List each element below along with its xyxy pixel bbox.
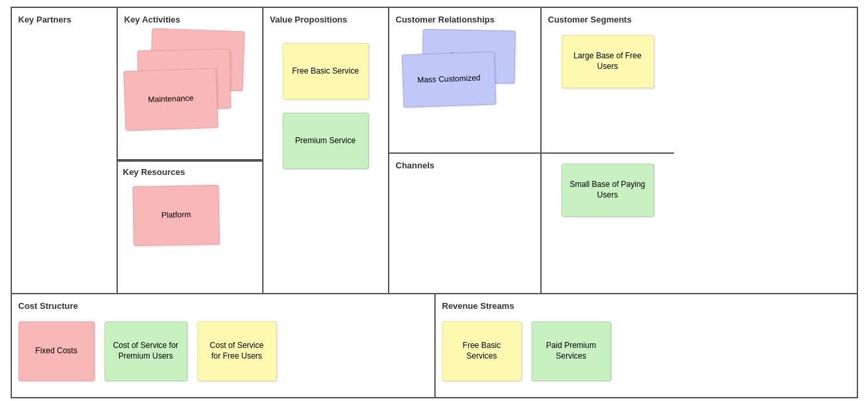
key-resources-title: Key Resources [123, 167, 257, 177]
cost-structure-cell: Cost Structure Fixed Costs Cost of Servi… [12, 294, 436, 397]
channels-title: Channels [396, 160, 534, 170]
customer-segments-cell: Customer Segments Large Base of Free Use… [542, 8, 674, 293]
free-basic-services-note: Free Basic Services [442, 321, 522, 381]
key-activities-section: Key Activities Infrastructure Developmen… [118, 8, 262, 160]
large-base-note-container: Large Base of Free Users [548, 30, 667, 88]
fixed-costs-note: Fixed Costs [19, 321, 95, 381]
business-model-canvas: Key Partners Key Activities Infrastructu… [11, 7, 858, 398]
platform-note: Platform [132, 185, 220, 246]
cost-free-users-note: Cost of Service for Free Users [197, 321, 277, 381]
customer-relationships-section: Customer Relationships Automated Mass Cu… [389, 8, 540, 154]
value-propositions-title: Value Propositions [270, 15, 381, 25]
key-activities-title: Key Activities [124, 15, 256, 25]
key-partners-cell: Key Partners [12, 8, 118, 293]
resources-notes: Platform [123, 182, 257, 255]
key-resources-section: Key Resources Platform [118, 160, 262, 286]
customer-relationships-title: Customer Relationships [396, 15, 534, 25]
paid-premium-services-note: Paid Premium Services [532, 321, 611, 381]
cost-notes: Fixed Costs Cost of Service for Premium … [19, 316, 428, 381]
premium-service-note: Premium Service [283, 113, 369, 169]
channels-section: Channels [389, 154, 540, 280]
small-base-note-container: Small Base of Paying Users [548, 160, 667, 217]
mass-customized-note: Mass Customized [401, 52, 496, 108]
key-partners-title: Key Partners [19, 15, 110, 25]
bottom-section: Cost Structure Fixed Costs Cost of Servi… [12, 294, 857, 397]
segments-upper: Customer Segments Large Base of Free Use… [542, 8, 674, 154]
activities-resources-cell: Key Activities Infrastructure Developmen… [118, 8, 264, 293]
revenue-streams-cell: Revenue Streams Free Basic Services Paid… [436, 294, 857, 397]
value-notes: Free Basic Service Premium Service [270, 30, 381, 169]
top-section: Key Partners Key Activities Infrastructu… [12, 8, 857, 294]
small-base-paying-users-note: Small Base of Paying Users [561, 164, 654, 217]
cost-structure-title: Cost Structure [19, 301, 428, 311]
large-base-free-users-note: Large Base of Free Users [561, 35, 654, 88]
revenue-notes: Free Basic Services Paid Premium Service… [442, 316, 850, 381]
maintenance-note: Maintenance [123, 68, 218, 131]
customer-segments-title: Customer Segments [548, 15, 667, 25]
customer-rel-cell: Customer Relationships Automated Mass Cu… [389, 8, 542, 293]
activities-notes: Infrastructure Development Maintenance [124, 30, 256, 149]
cr-notes: Automated Mass Customized [396, 30, 534, 116]
segments-lower: Small Base of Paying Users [542, 154, 674, 280]
revenue-streams-title: Revenue Streams [442, 301, 850, 311]
value-propositions-cell: Value Propositions Free Basic Service Pr… [264, 8, 389, 293]
free-basic-service-note: Free Basic Service [283, 43, 369, 99]
cost-premium-users-note: Cost of Service for Premium Users [105, 321, 187, 381]
